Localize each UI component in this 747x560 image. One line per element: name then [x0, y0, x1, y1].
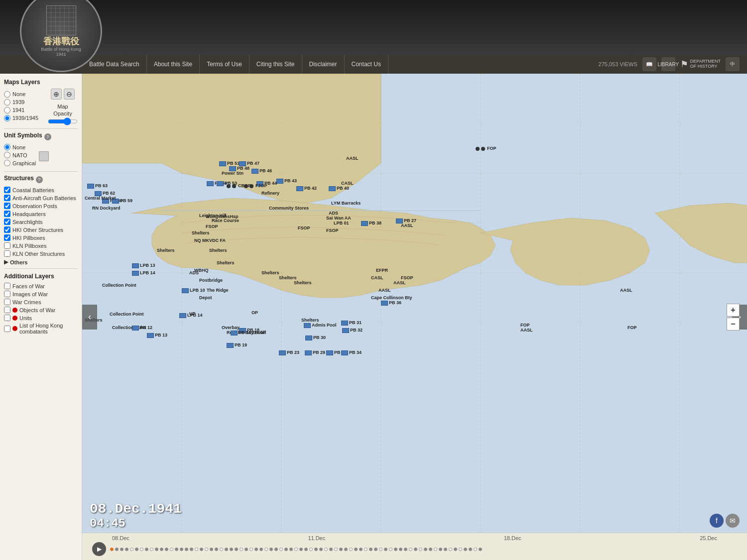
- timeline-dot[interactable]: [439, 548, 442, 551]
- timeline-dot[interactable]: [240, 548, 243, 551]
- check-hki-other[interactable]: HKI Other Structures: [4, 226, 78, 233]
- timeline-dot[interactable]: [205, 548, 208, 551]
- timeline-dot[interactable]: [125, 548, 128, 551]
- timeline-dot[interactable]: [404, 548, 407, 551]
- timeline-dot[interactable]: [469, 548, 472, 551]
- timeline-dot[interactable]: [145, 548, 148, 551]
- timeline-dot[interactable]: [274, 548, 278, 551]
- timeline-dot[interactable]: [364, 548, 368, 551]
- timeline-dot[interactable]: [289, 548, 293, 551]
- timeline-dot[interactable]: [279, 548, 283, 551]
- timeline-dot[interactable]: [409, 548, 412, 551]
- timeline-dot[interactable]: [324, 548, 328, 551]
- timeline-dot[interactable]: [245, 548, 248, 551]
- timeline-dot[interactable]: [180, 548, 183, 551]
- map-nav-left[interactable]: ‹: [82, 305, 97, 330]
- timeline-dot[interactable]: [334, 548, 338, 551]
- email-icon[interactable]: ✉: [726, 514, 740, 528]
- timeline-dot[interactable]: [155, 548, 158, 551]
- timeline-dot[interactable]: [185, 548, 188, 551]
- timeline-dot[interactable]: [389, 548, 392, 551]
- others-toggle[interactable]: ▶ Others: [4, 259, 78, 265]
- bookmark-icon[interactable]: 📖: [642, 57, 656, 71]
- zoom-in-btn[interactable]: ⊕: [51, 89, 62, 100]
- facebook-icon[interactable]: f: [710, 514, 724, 528]
- timeline-dot[interactable]: [195, 548, 198, 551]
- check-searchlights[interactable]: Searchlights: [4, 219, 78, 225]
- timeline-dot[interactable]: [359, 548, 363, 551]
- timeline-dot[interactable]: [349, 548, 353, 551]
- timeline-dot[interactable]: [299, 548, 303, 551]
- check-hk-combatants[interactable]: List of Hong Kong combatants: [4, 323, 78, 335]
- timeline-dot[interactable]: [369, 548, 373, 551]
- timeline-dot[interactable]: [294, 548, 298, 551]
- timeline-dot[interactable]: [215, 548, 218, 551]
- timeline-dot[interactable]: [424, 548, 427, 551]
- timeline-dot[interactable]: [474, 548, 477, 551]
- timeline-dot[interactable]: [160, 548, 163, 551]
- nav-about-site[interactable]: About this Site: [147, 55, 200, 74]
- nav-terms-of-use[interactable]: Terms of Use: [200, 55, 249, 74]
- timeline-dot[interactable]: [220, 548, 223, 551]
- map-layer-none[interactable]: None: [4, 91, 38, 98]
- unit-nato[interactable]: NATO: [4, 152, 36, 158]
- unit-graphical[interactable]: Graphical: [4, 160, 36, 166]
- timeline-dot[interactable]: [120, 548, 124, 551]
- timeline-dot[interactable]: [449, 548, 452, 551]
- timeline-dot[interactable]: [150, 548, 153, 551]
- timeline-dot[interactable]: [434, 548, 437, 551]
- timeline-dot[interactable]: [429, 548, 432, 551]
- timeline-dot[interactable]: [230, 548, 233, 551]
- language-icon[interactable]: 中: [726, 57, 740, 71]
- timeline-dot[interactable]: [210, 548, 213, 551]
- unit-symbols-info[interactable]: ?: [44, 133, 51, 140]
- timeline-dots[interactable]: [110, 548, 737, 551]
- check-headquarters[interactable]: Headquarters: [4, 211, 78, 217]
- timeline-dot[interactable]: [384, 548, 387, 551]
- map-container[interactable]: PB 63 PB 62 PB 60 PB 59 RN Dockyard PB 5…: [82, 74, 747, 560]
- timeline-dot[interactable]: [225, 548, 228, 551]
- timeline-dot[interactable]: [459, 548, 462, 551]
- timeline-dot[interactable]: [190, 548, 193, 551]
- timeline-dot[interactable]: [314, 548, 318, 551]
- timeline-dot[interactable]: [170, 548, 173, 551]
- structures-info[interactable]: ?: [36, 176, 43, 183]
- timeline-dot[interactable]: [309, 548, 313, 551]
- timeline-dot[interactable]: [269, 548, 273, 551]
- timeline-dot[interactable]: [394, 548, 397, 551]
- timeline-dot[interactable]: [444, 548, 447, 551]
- timeline-dot[interactable]: [464, 548, 467, 551]
- check-kln-other[interactable]: KLN Other Structures: [4, 250, 78, 257]
- check-coastal-batteries[interactable]: Coastal Batteries: [4, 187, 78, 193]
- check-observation-posts[interactable]: Observation Posts: [4, 203, 78, 209]
- check-anti-aircraft[interactable]: Anti-Aircraft Gun Batteries: [4, 195, 78, 201]
- timeline-dot[interactable]: [329, 548, 333, 551]
- timeline-dot[interactable]: [344, 548, 348, 551]
- timeline-dot[interactable]: [284, 548, 288, 551]
- timeline-dot[interactable]: [399, 548, 402, 551]
- timeline-dot[interactable]: [264, 548, 268, 551]
- check-faces-of-war[interactable]: Faces of War: [4, 283, 78, 289]
- timeline-dot[interactable]: [115, 548, 119, 551]
- timeline-dot[interactable]: [140, 548, 143, 551]
- timeline-dot[interactable]: [419, 548, 422, 551]
- timeline-dot[interactable]: [259, 548, 263, 551]
- check-objects-of-war[interactable]: Objects of War: [4, 307, 78, 313]
- check-images-of-war[interactable]: Images of War: [4, 291, 78, 297]
- map-layer-1939-1945[interactable]: 1939/1945: [4, 115, 38, 121]
- zoom-out-btn[interactable]: ⊖: [64, 89, 75, 100]
- check-units[interactable]: Units: [4, 315, 78, 321]
- map-layer-1941[interactable]: 1941: [4, 107, 38, 113]
- timeline-dot[interactable]: [479, 548, 482, 551]
- timeline-dot[interactable]: [130, 548, 133, 551]
- timeline-dot[interactable]: [304, 548, 308, 551]
- timeline-dot[interactable]: [454, 548, 457, 551]
- timeline-dot[interactable]: [135, 548, 138, 551]
- timeline-dot[interactable]: [254, 548, 258, 551]
- map-layer-1939[interactable]: 1939: [4, 99, 38, 106]
- timeline-dot[interactable]: [339, 548, 343, 551]
- check-kln-pillboxes[interactable]: KLN Pillboxes: [4, 242, 78, 249]
- timeline-dot-active[interactable]: [110, 548, 114, 551]
- timeline-dot[interactable]: [175, 548, 178, 551]
- library-icon[interactable]: LIBRARY: [661, 57, 675, 71]
